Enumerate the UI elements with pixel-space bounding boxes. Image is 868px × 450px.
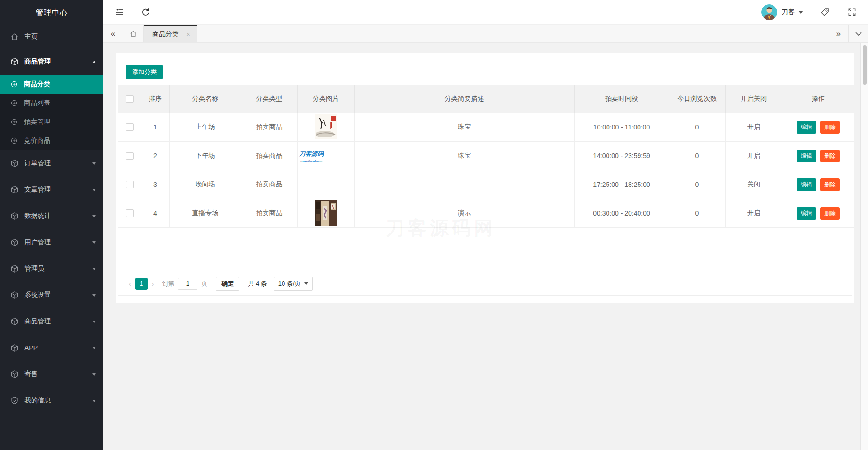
sidebar-item-label: 拍卖管理 xyxy=(24,118,96,126)
sidebar-item-data-statistics[interactable]: 数据统计 xyxy=(0,203,103,229)
daoke-logo-thumbnail: 刀客源码 www.dkewl.com xyxy=(298,145,325,167)
sidebar-item-label: 文章管理 xyxy=(24,185,92,194)
home-icon xyxy=(10,32,19,41)
home-icon xyxy=(129,30,137,38)
sidebar-item-my-info[interactable]: 我的信息 xyxy=(0,387,103,414)
sidebar-toggle-button[interactable] xyxy=(114,7,125,18)
tab-goods-category[interactable]: 商品分类 × xyxy=(144,25,197,42)
column-header-desc: 分类简要描述 xyxy=(355,85,575,113)
tabs-scroll-right-button[interactable]: » xyxy=(829,25,848,42)
double-chevron-left-icon: « xyxy=(111,29,115,39)
status-text: 开启 xyxy=(726,142,782,170)
edit-button[interactable]: 编辑 xyxy=(797,178,816,191)
sidebar-item-goods-category[interactable]: 商品分类 xyxy=(0,75,103,94)
tabs-menu-button[interactable] xyxy=(848,25,868,42)
page-number-button[interactable]: 1 xyxy=(135,278,148,290)
sidebar-item-goods-management-2[interactable]: 商品管理 xyxy=(0,308,103,335)
tabs-scroll-left-button[interactable]: « xyxy=(103,25,123,42)
edit-button[interactable]: 编辑 xyxy=(797,121,816,134)
chevron-down-icon xyxy=(92,268,96,270)
refresh-button[interactable] xyxy=(140,7,151,18)
sidebar-item-system-settings[interactable]: 系统设置 xyxy=(0,282,103,308)
chevron-down-icon xyxy=(92,321,96,323)
sidebar-item-label: 用户管理 xyxy=(24,238,92,247)
sidebar-item-consignment[interactable]: 寄售 xyxy=(0,361,103,387)
sidebar-item-label: 管理员 xyxy=(24,265,92,273)
confirm-button[interactable]: 确定 xyxy=(216,277,239,291)
cell-type: 拍卖商品 xyxy=(241,142,298,170)
cube-icon xyxy=(10,265,19,273)
tab-home[interactable] xyxy=(123,25,144,42)
sidebar-item-app[interactable]: APP xyxy=(0,335,103,361)
cell-type: 拍卖商品 xyxy=(241,199,298,228)
user-menu[interactable]: 刀客 xyxy=(781,8,803,16)
sidebar-item-order-management[interactable]: 订单管理 xyxy=(0,150,103,177)
page-size-select[interactable]: 10 条/页 xyxy=(274,277,313,291)
avatar[interactable] xyxy=(761,4,777,20)
scrollbar-thumb[interactable] xyxy=(863,45,867,85)
delete-button[interactable]: 删除 xyxy=(820,150,840,162)
top-header-bar: 刀客 xyxy=(103,0,868,25)
status-text: 开启 xyxy=(726,199,782,228)
sidebar-item-bidding-goods[interactable]: 竞价商品 xyxy=(0,131,103,150)
main-content: 添加分类 排序 分类名称 分类类型 分类图片 分类简要描述 拍卖时间段 今日浏览… xyxy=(103,43,860,450)
sidebar-item-goods-management[interactable]: 商品管理 xyxy=(0,48,103,75)
cell-desc: 演示 xyxy=(355,199,575,228)
column-header-time: 拍卖时间段 xyxy=(575,85,669,113)
ink-painting-thumbnail xyxy=(315,114,337,140)
chevron-down-icon xyxy=(798,11,803,14)
pagination-bar: ‹ 1 › 到第 页 确定 共 4 条 10 条/页 xyxy=(118,272,852,296)
column-header-image: 分类图片 xyxy=(298,85,355,113)
shield-check-icon xyxy=(10,396,19,405)
sidebar-item-auction-management[interactable]: 拍卖管理 xyxy=(0,112,103,131)
row-checkbox[interactable] xyxy=(126,152,134,160)
delete-button[interactable]: 删除 xyxy=(820,178,840,191)
table-row: 2 下午场 拍卖商品 刀客源码 www.dkewl.com 珠宝 14:00:0… xyxy=(118,142,854,170)
table-panel: 添加分类 排序 分类名称 分类类型 分类图片 分类简要描述 拍卖时间段 今日浏览… xyxy=(116,53,854,303)
cell-image-empty xyxy=(298,170,355,199)
jump-unit-label: 页 xyxy=(201,280,207,288)
logo-text: 刀客源码 xyxy=(299,150,324,158)
doorway-photo-thumbnail xyxy=(315,200,337,227)
page-size-value: 10 条/页 xyxy=(278,280,301,288)
close-icon[interactable]: × xyxy=(186,31,190,38)
app-title: 管理中心 xyxy=(0,0,103,25)
edit-button[interactable]: 编辑 xyxy=(797,207,816,220)
cell-time: 17:25:00 - 18:25:00 xyxy=(575,170,669,199)
row-checkbox[interactable] xyxy=(126,123,134,131)
sidebar-item-label: 我的信息 xyxy=(24,396,92,405)
chevron-down-icon xyxy=(92,189,96,191)
sidebar-item-administrator[interactable]: 管理员 xyxy=(0,256,103,282)
select-all-checkbox[interactable] xyxy=(126,95,134,103)
cell-time: 10:00:00 - 11:00:00 xyxy=(575,113,669,142)
sidebar-item-goods-list[interactable]: 商品列表 xyxy=(0,94,103,112)
sidebar-item-label: 系统设置 xyxy=(24,291,92,299)
sidebar-item-label: 主页 xyxy=(24,32,96,41)
logo-url-text: www.dkewl.com xyxy=(300,160,322,162)
edit-button[interactable]: 编辑 xyxy=(797,150,816,162)
delete-button[interactable]: 删除 xyxy=(820,207,840,220)
column-header-sort: 排序 xyxy=(141,85,170,113)
sidebar-item-article-management[interactable]: 文章管理 xyxy=(0,177,103,203)
tag-button[interactable] xyxy=(819,7,830,18)
page-next-button[interactable]: › xyxy=(152,280,154,288)
sidebar: 管理中心 主页 商品管理 商品分类 商品列表 xyxy=(0,0,103,450)
sidebar-item-home[interactable]: 主页 xyxy=(0,25,103,48)
cell-desc: 珠宝 xyxy=(355,142,575,170)
add-category-button[interactable]: 添加分类 xyxy=(126,65,163,79)
circle-plus-icon xyxy=(10,80,18,88)
chevron-down-icon xyxy=(92,162,96,165)
fullscreen-button[interactable] xyxy=(846,7,858,18)
scrollbar-track[interactable] xyxy=(860,43,868,450)
page-prev-button[interactable]: ‹ xyxy=(129,280,131,288)
row-checkbox[interactable] xyxy=(126,209,134,217)
page-jump-input[interactable] xyxy=(178,278,197,290)
table-row: 4 直播专场 拍卖商品 演示 00:30:00 - 20:40:00 0 开启 … xyxy=(118,199,854,228)
sidebar-item-user-management[interactable]: 用户管理 xyxy=(0,229,103,256)
delete-button[interactable]: 删除 xyxy=(820,121,840,134)
cell-name: 直播专场 xyxy=(170,199,241,228)
chevron-down-icon xyxy=(92,294,96,297)
column-header-name: 分类名称 xyxy=(170,85,241,113)
column-header-actions: 操作 xyxy=(782,85,854,113)
row-checkbox[interactable] xyxy=(126,181,134,188)
